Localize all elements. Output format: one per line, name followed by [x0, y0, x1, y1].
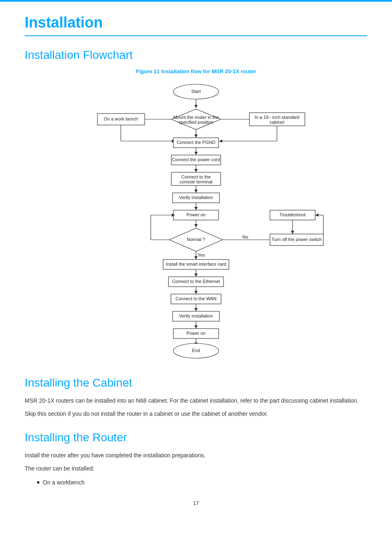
- svg-text:On a work bench: On a work bench: [104, 116, 138, 121]
- svg-text:Power on: Power on: [187, 331, 205, 336]
- cabinet-para-2: Skip this section if you do not install …: [25, 409, 367, 418]
- svg-text:Connect  the PGND: Connect the PGND: [177, 140, 215, 145]
- cabinet-section: Installing the Cabinet MSR 20-1X routers…: [25, 376, 367, 419]
- svg-marker-74: [194, 325, 198, 329]
- router-section-title: Installing the Router: [25, 431, 367, 444]
- svg-text:Verify installation: Verify installation: [179, 195, 213, 200]
- svg-text:End: End: [192, 348, 200, 353]
- svg-text:In a 19– inch standard: In a 19– inch standard: [255, 115, 300, 120]
- svg-text:Verify installation: Verify installation: [179, 313, 213, 318]
- svg-text:No: No: [242, 234, 248, 239]
- svg-marker-21: [194, 134, 198, 138]
- figure-caption: Figure 11 Installation flow for MSR 20-1…: [25, 68, 367, 74]
- router-section: Installing the Router Install the router…: [25, 431, 367, 488]
- svg-marker-44: [194, 224, 198, 227]
- svg-text:cabinet: cabinet: [270, 120, 284, 125]
- svg-marker-3: [194, 105, 198, 108]
- bullet-dot: [37, 481, 39, 484]
- bullet-item-workbench: On a workbench: [37, 477, 367, 488]
- flowchart-section: Installation Flowchart Figure 11 Install…: [25, 49, 367, 360]
- flowchart-section-title: Installation Flowchart: [25, 49, 367, 62]
- svg-text:Troubleshoot: Troubleshoot: [279, 212, 306, 217]
- svg-marker-70: [194, 308, 198, 311]
- svg-text:specified position: specified position: [179, 120, 213, 125]
- page-title: Installation: [25, 14, 367, 36]
- flowchart-container: Start Mount the router in the specified …: [25, 80, 367, 360]
- svg-text:Install the smart interface ca: Install the smart interface card: [166, 262, 226, 266]
- svg-text:Connect to the Ethernet: Connect to the Ethernet: [172, 279, 220, 284]
- svg-marker-19: [219, 139, 222, 143]
- svg-text:Connect the power cord: Connect the power cord: [172, 157, 220, 162]
- svg-marker-66: [194, 291, 198, 294]
- svg-text:Turn off the power switch: Turn off the power switch: [272, 237, 322, 242]
- svg-marker-29: [194, 169, 198, 172]
- svg-marker-58: [194, 256, 198, 260]
- page-number: 17: [25, 500, 367, 506]
- router-para-2: The router can be installed:: [25, 464, 367, 473]
- bullet-text: On a workbench: [43, 477, 85, 488]
- svg-text:Connect to the: Connect to the: [181, 174, 211, 179]
- svg-text:Start: Start: [191, 89, 201, 94]
- svg-text:Normal ?: Normal ?: [187, 237, 205, 242]
- svg-text:Mount the router in the: Mount the router in the: [173, 115, 219, 120]
- svg-marker-62: [194, 273, 198, 277]
- svg-text:Yes: Yes: [198, 253, 205, 257]
- svg-text:Power on: Power on: [187, 212, 205, 217]
- svg-marker-25: [194, 152, 198, 155]
- flowchart-svg: Start Mount the router in the specified …: [52, 80, 340, 360]
- svg-marker-52: [291, 231, 294, 234]
- svg-marker-38: [194, 207, 198, 210]
- cabinet-para-1: MSR 20-1X routers can be installed into …: [25, 396, 367, 405]
- router-para-1: Install the router after you have comple…: [25, 451, 367, 460]
- svg-text:Connect to the WAN: Connect to the WAN: [175, 296, 217, 301]
- router-bullet-list: On a workbench: [37, 477, 367, 488]
- svg-marker-55: [315, 213, 318, 217]
- svg-text:console terminal: console terminal: [180, 179, 212, 184]
- svg-marker-34: [194, 190, 198, 193]
- cabinet-section-title: Installing the Cabinet: [25, 376, 367, 389]
